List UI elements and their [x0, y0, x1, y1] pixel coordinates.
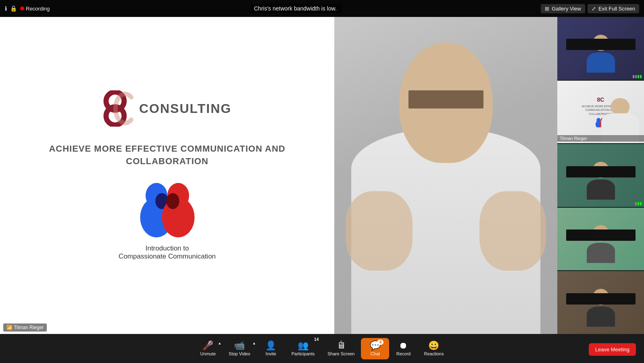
recording-indicator: Recording	[20, 6, 50, 12]
unmute-caret[interactable]: ▲	[218, 341, 221, 345]
share-screen-icon: 🖥 ▲	[337, 341, 346, 350]
invite-button[interactable]: 👤 Invite	[257, 338, 285, 359]
unmute-button[interactable]: 🎤 Unmute ▲	[194, 338, 223, 359]
bottom-presenter-name: 📶 Tilman Rieger	[3, 323, 47, 332]
gallery-view-icon: ⊞	[545, 6, 549, 12]
stop-video-button[interactable]: 📹 Stop Video ▲	[222, 338, 257, 359]
participant-body-1	[587, 52, 615, 73]
privacy-bar-3	[566, 166, 636, 177]
video-icon: 📹	[234, 341, 245, 350]
heads-area: Introduction to Compassionate Communicat…	[119, 180, 216, 261]
participant-tile-4	[557, 208, 644, 271]
chat-badge: 4	[377, 340, 383, 345]
privacy-bar-1	[566, 39, 636, 50]
heads-graphic	[131, 180, 204, 240]
participant-body-3	[587, 179, 615, 200]
privacy-bar-4	[566, 229, 636, 241]
participants-label: Participants	[292, 351, 315, 356]
gallery-view-button[interactable]: ⊞ Gallery View	[541, 4, 585, 13]
participant-tile-5	[557, 271, 644, 334]
record-button[interactable]: ⏺ Record	[389, 338, 417, 359]
record-icon: ⏺	[399, 341, 408, 350]
participants-icon: 👥	[298, 341, 308, 350]
bandwidth-warning: Chris's network bandwidth is low.	[249, 4, 342, 13]
invite-label: Invite	[266, 351, 276, 356]
stream-dot	[638, 202, 639, 205]
intro-subheading: Compassionate Communication	[119, 252, 216, 261]
main-content: CONSULTING ACHIEVE MORE EFFECTIVE COMMUN…	[0, 17, 557, 334]
reactions-label: Reactions	[424, 351, 444, 356]
share-screen-button[interactable]: 🖥 ▲ Share Screen	[321, 338, 361, 359]
participant-tile-1	[557, 17, 644, 80]
slide-content: CONSULTING ACHIEVE MORE EFFECTIVE COMMUN…	[0, 17, 334, 334]
presentation-area: CONSULTING ACHIEVE MORE EFFECTIVE COMMUN…	[0, 17, 557, 334]
top-bar-right: ⊞ Gallery View ⤢ Exit Full Screen	[541, 4, 639, 13]
gallery-view-label: Gallery View	[552, 6, 581, 12]
recording-label: Recording	[26, 6, 50, 12]
slide-tagline: ACHIEVE MORE EFFECTIVE COMMUNICATION AND…	[12, 143, 322, 168]
privacy-bar-5	[566, 293, 636, 305]
svg-point-7	[166, 193, 179, 209]
logo-area: CONSULTING	[103, 90, 231, 127]
top-bar: ℹ 🔒 Recording Chris's network bandwidth …	[0, 0, 644, 17]
toolbar: 🎤 Unmute ▲ 📹 Stop Video ▲ 👤 Invite 👥 14 …	[0, 334, 644, 363]
stream-indicator-3	[635, 202, 642, 205]
stop-video-caret[interactable]: ▲	[252, 341, 256, 345]
participants-count: 14	[314, 337, 319, 342]
chat-label: Chat	[371, 351, 380, 356]
intro-heading: Introduction to	[119, 244, 216, 252]
mute-icon: 🎤	[202, 341, 213, 350]
stream-indicator-1	[633, 75, 642, 78]
exit-fullscreen-icon: ⤢	[592, 6, 596, 12]
company-name: CONSULTING	[139, 101, 231, 116]
stream-dot	[640, 75, 642, 78]
unmute-label: Unmute	[200, 351, 216, 356]
speaker-video-bg	[334, 17, 557, 334]
participant-tile-3	[557, 144, 644, 207]
exit-fullscreen-button[interactable]: ⤢ Exit Full Screen	[588, 4, 639, 13]
record-label: Record	[396, 351, 411, 356]
leave-meeting-button[interactable]: Leave Meeting	[589, 343, 636, 356]
stream-dot	[638, 75, 639, 78]
speaker-head	[399, 42, 493, 163]
info-icon: ℹ	[5, 5, 7, 12]
presenter-icon: 📶	[6, 325, 13, 330]
recording-dot	[20, 6, 24, 10]
speaker-glasses	[408, 90, 484, 108]
participant-body-5	[587, 307, 615, 327]
participant-tile-2: 8C ACHIEVE MORE EFFECTIVE COMMUNICATION …	[557, 81, 644, 144]
stream-dot	[635, 75, 637, 78]
invite-icon: 👤	[265, 341, 276, 350]
participant-body-4	[587, 243, 615, 263]
speaker-video	[334, 17, 557, 334]
stream-dot	[635, 202, 637, 205]
speaker-right-hand	[479, 191, 546, 271]
tilman-rieger-label: Tilman Rieger	[557, 135, 644, 142]
lock-icon: 🔒	[10, 5, 17, 12]
reactions-button[interactable]: 😀 Reactions	[417, 338, 450, 359]
stream-dot	[633, 75, 634, 78]
share-screen-label: Share Screen	[327, 351, 354, 356]
participants-button[interactable]: 👥 14 Participants	[285, 338, 321, 359]
stream-dot	[640, 202, 642, 205]
chat-button[interactable]: 💬 Chat 4	[361, 338, 389, 359]
sidebar: 8C ACHIEVE MORE EFFECTIVE COMMUNICATION …	[557, 17, 644, 334]
top-bar-left: ℹ 🔒 Recording	[5, 5, 50, 12]
exit-fullscreen-label: Exit Full Screen	[598, 6, 635, 12]
company-logo	[103, 90, 135, 127]
presenter-name: Tilman Rieger	[14, 325, 44, 330]
speaker-left-hand	[346, 191, 413, 271]
intro-text: Introduction to Compassionate Communicat…	[119, 244, 216, 261]
share-arrow-icon: ▲	[339, 339, 343, 343]
reactions-icon: 😀	[428, 341, 439, 350]
stop-video-label: Stop Video	[229, 351, 250, 356]
